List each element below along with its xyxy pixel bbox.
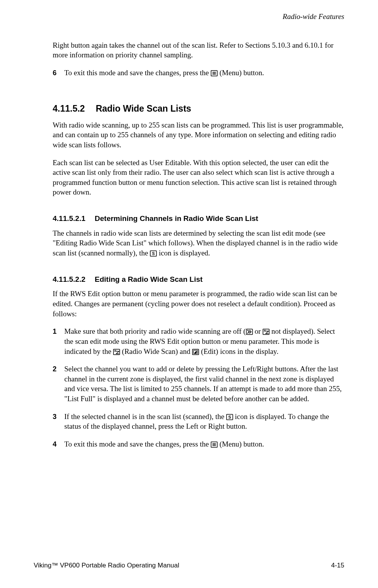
running-header: Radio-wide Features (34, 12, 344, 22)
scan-s-icon (150, 250, 157, 257)
step-3: 3 If the selected channel is in the scan… (53, 412, 344, 431)
paragraph: Each scan list can be selected as User E… (53, 158, 344, 198)
step-body: To exit this mode and save the changes, … (64, 439, 344, 449)
paragraph: With radio wide scanning, up to 255 scan… (53, 120, 344, 150)
edit-icon (192, 349, 199, 355)
subsection-heading: 4.11.5.2.1 Determining Channels in Radio… (53, 214, 344, 224)
section-number: 4.11.5.2 (53, 103, 85, 115)
menu-icon (211, 441, 218, 448)
step-number: 1 (53, 326, 64, 356)
text-fragment: To exit this mode and save the changes, … (64, 440, 211, 448)
step-4: 4 To exit this mode and save the changes… (53, 439, 344, 449)
step-body: If the selected channel is in the scan l… (64, 412, 344, 431)
step-number: 3 (53, 412, 64, 431)
intro-paragraph: Right button again takes the channel out… (53, 40, 344, 60)
text-fragment: (Menu) button. (218, 69, 264, 77)
text-fragment: (Edit) icons in the display. (199, 347, 278, 355)
text-fragment: (Radio Wide Scan) and (120, 347, 192, 355)
subsection-number: 4.11.5.2.2 (53, 274, 86, 285)
step-number: 2 (53, 364, 64, 404)
text-fragment: Make sure that both priority and radio w… (64, 327, 246, 335)
text-fragment: (Menu) button. (218, 440, 264, 448)
priority-z-icon (246, 329, 253, 335)
rz-icon (113, 349, 120, 355)
step-2: 2 Select the channel you want to add or … (53, 364, 344, 404)
menu-icon (211, 70, 218, 76)
step-6: 6 To exit this mode and save the changes… (53, 68, 344, 78)
section-title: Radio Wide Scan Lists (96, 103, 191, 115)
step-body: Make sure that both priority and radio w… (64, 326, 344, 356)
text-fragment: To exit this mode and save the changes, … (64, 69, 211, 77)
step-number: 6 (53, 68, 64, 78)
scan-s-icon (226, 414, 233, 420)
footer-left: Viking™ VP600 Portable Radio Operating M… (34, 561, 179, 570)
subsection-number: 4.11.5.2.1 (53, 214, 86, 224)
subsection-heading: 4.11.5.2.2 Editing a Radio Wide Scan Lis… (53, 274, 344, 285)
paragraph: If the RWS Edit option button or menu pa… (53, 289, 344, 319)
section-heading: 4.11.5.2 Radio Wide Scan Lists (53, 103, 344, 115)
footer-right: 4-15 (331, 561, 344, 570)
text-fragment: If the selected channel is in the scan l… (64, 412, 226, 421)
page-footer: Viking™ VP600 Portable Radio Operating M… (34, 561, 344, 570)
step-body: Select the channel you want to add or de… (64, 364, 344, 404)
rz-icon (263, 329, 270, 335)
step-number: 4 (53, 439, 64, 449)
subsection-title: Determining Channels in Radio Wide Scan … (95, 214, 258, 224)
step-1: 1 Make sure that both priority and radio… (53, 326, 344, 356)
paragraph: The channels in radio wide scan lists ar… (53, 228, 344, 258)
main-content: Right button again takes the channel out… (34, 40, 344, 449)
text-fragment: icon is displayed. (157, 249, 210, 257)
text-fragment: or (253, 327, 263, 335)
step-body: To exit this mode and save the changes, … (64, 68, 344, 78)
subsection-title: Editing a Radio Wide Scan List (95, 274, 203, 285)
